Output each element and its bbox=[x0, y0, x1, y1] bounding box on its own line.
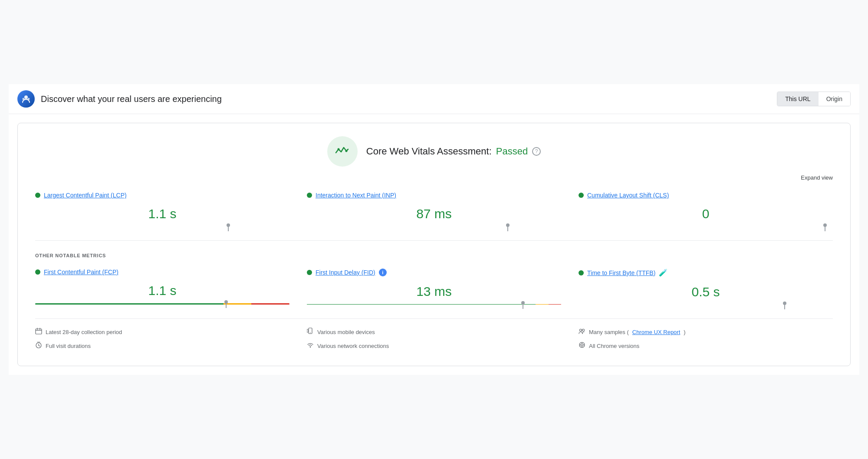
header-left: Discover what your real users are experi… bbox=[17, 90, 222, 108]
url-toggle-group: This URL Origin bbox=[777, 92, 851, 106]
metric-card-cls: Cumulative Layout Shift (CLS)0 bbox=[579, 192, 833, 226]
metric-dot-inp bbox=[307, 193, 312, 198]
metric-dot-lcp bbox=[35, 193, 40, 198]
metric-label-fid[interactable]: First Input Delay (FID) bbox=[316, 269, 375, 276]
header: Discover what your real users are experi… bbox=[9, 84, 859, 114]
svg-line-16 bbox=[39, 345, 40, 346]
footer-item-5: All Chrome versions bbox=[579, 341, 833, 350]
footer-link-2[interactable]: Chrome UX Report bbox=[632, 329, 681, 335]
svg-point-20 bbox=[581, 344, 583, 346]
metric-dot-cls bbox=[579, 193, 584, 198]
metric-card-fid: First Input Delay (FID)i13 ms bbox=[307, 269, 561, 305]
svg-point-4 bbox=[345, 150, 347, 152]
footer-icon-5 bbox=[579, 341, 585, 350]
cwv-status: Passed bbox=[496, 146, 528, 157]
info-icon-fid[interactable]: i bbox=[379, 269, 387, 276]
metric-label-row-cls: Cumulative Layout Shift (CLS) bbox=[579, 192, 833, 199]
cwv-info-icon[interactable]: ? bbox=[532, 147, 541, 156]
metric-label-inp[interactable]: Interaction to Next Paint (INP) bbox=[316, 192, 396, 199]
section-divider bbox=[35, 240, 833, 241]
footer-item-2: Many samples (Chrome UX Report) bbox=[579, 328, 833, 336]
svg-point-1 bbox=[23, 98, 25, 100]
other-metrics-grid: First Contentful Paint (FCP)1.1 sFirst I… bbox=[35, 269, 833, 305]
footer-text-5: All Chrome versions bbox=[589, 343, 639, 349]
logo-icon bbox=[17, 90, 35, 108]
metric-label-ttfb[interactable]: Time to First Byte (TTFB) bbox=[587, 269, 655, 276]
page-title: Discover what your real users are experi… bbox=[41, 94, 222, 104]
footer-text-4: Various network connections bbox=[317, 343, 389, 349]
metric-label-fcp[interactable]: First Contentful Paint (FCP) bbox=[44, 269, 118, 275]
footer-icon-4 bbox=[307, 341, 314, 350]
metric-label-row-lcp: Largest Contentful Paint (LCP) bbox=[35, 192, 289, 199]
metric-bar-marker-cls bbox=[825, 225, 825, 231]
footer-text-3: Full visit durations bbox=[46, 343, 91, 349]
metric-card-lcp: Largest Contentful Paint (LCP)1.1 s bbox=[35, 192, 289, 226]
other-metrics-label: OTHER NOTABLE METRICS bbox=[35, 253, 833, 258]
origin-button[interactable]: Origin bbox=[819, 92, 850, 106]
metric-label-row-fcp: First Contentful Paint (FCP) bbox=[35, 269, 289, 275]
cwv-icon bbox=[327, 136, 358, 167]
metric-value-inp: 87 ms bbox=[307, 207, 561, 221]
metric-bar-marker-ttfb bbox=[784, 303, 785, 309]
footer-item-4: Various network connections bbox=[307, 341, 561, 350]
metric-value-fid: 13 ms bbox=[307, 284, 561, 299]
footer-text-1: Various mobile devices bbox=[317, 329, 375, 335]
metric-value-ttfb: 0.5 s bbox=[579, 285, 833, 299]
metric-bar-fid bbox=[307, 304, 561, 305]
core-metrics-grid: Largest Contentful Paint (LCP)1.1 sInter… bbox=[35, 192, 833, 226]
metric-label-row-inp: Interaction to Next Paint (INP) bbox=[307, 192, 561, 199]
expand-row: Expand view bbox=[35, 174, 833, 181]
cwv-assessment-label: Core Web Vitals Assessment: bbox=[366, 146, 492, 157]
footer-text-0: Latest 28-day collection period bbox=[46, 329, 122, 335]
footer-item-0: Latest 28-day collection period bbox=[35, 328, 289, 336]
footer-grid: Latest 28-day collection periodVarious m… bbox=[35, 318, 833, 350]
metric-label-row-fid: First Input Delay (FID)i bbox=[307, 269, 561, 276]
flask-icon-ttfb: 🧪 bbox=[659, 269, 667, 277]
svg-point-10 bbox=[310, 332, 311, 333]
footer-text-2: Many samples ( bbox=[589, 329, 629, 335]
svg-point-13 bbox=[582, 329, 585, 331]
metric-card-fcp: First Contentful Paint (FCP)1.1 s bbox=[35, 269, 289, 305]
metric-dot-fcp bbox=[35, 269, 40, 275]
footer-icon-2 bbox=[579, 328, 585, 336]
svg-point-12 bbox=[580, 329, 582, 331]
svg-point-2 bbox=[28, 98, 30, 100]
metric-bar-marker-fid bbox=[523, 303, 523, 309]
metric-label-lcp[interactable]: Largest Contentful Paint (LCP) bbox=[44, 192, 127, 199]
metric-label-cls[interactable]: Cumulative Layout Shift (CLS) bbox=[587, 192, 669, 199]
svg-point-0 bbox=[24, 95, 28, 99]
metric-card-inp: Interaction to Next Paint (INP)87 ms bbox=[307, 192, 561, 226]
footer-icon-3 bbox=[35, 341, 42, 350]
metric-label-row-ttfb: Time to First Byte (TTFB)🧪 bbox=[579, 269, 833, 277]
svg-rect-11 bbox=[307, 329, 308, 332]
metric-value-fcp: 1.1 s bbox=[35, 283, 289, 298]
metric-card-ttfb: Time to First Byte (TTFB)🧪0.5 s bbox=[579, 269, 833, 305]
app-container: Discover what your real users are experi… bbox=[9, 84, 859, 375]
this-url-button[interactable]: This URL bbox=[777, 92, 818, 106]
metric-bar-marker-lcp bbox=[228, 225, 229, 231]
footer-item-1: Various mobile devices bbox=[307, 328, 561, 336]
metric-value-lcp: 1.1 s bbox=[35, 207, 289, 221]
footer-text-after-2: ) bbox=[684, 329, 685, 335]
metric-bar-fcp bbox=[35, 303, 289, 305]
metric-bar-marker-inp bbox=[507, 225, 508, 231]
svg-point-18 bbox=[310, 347, 311, 348]
footer-item-3: Full visit durations bbox=[35, 341, 289, 350]
metric-dot-fid bbox=[307, 270, 312, 275]
cwv-title-row: Core Web Vitals Assessment: Passed ? bbox=[366, 146, 541, 157]
metric-value-cls: 0 bbox=[579, 207, 833, 221]
metric-dot-ttfb bbox=[579, 270, 584, 275]
metric-bar-marker-fcp bbox=[226, 302, 227, 308]
expand-link[interactable]: Expand view bbox=[801, 174, 833, 181]
main-card: Core Web Vitals Assessment: Passed ? Exp… bbox=[17, 123, 851, 366]
footer-icon-0 bbox=[35, 328, 42, 336]
svg-rect-5 bbox=[36, 329, 42, 334]
svg-point-3 bbox=[337, 148, 339, 151]
footer-icon-1 bbox=[307, 328, 314, 336]
